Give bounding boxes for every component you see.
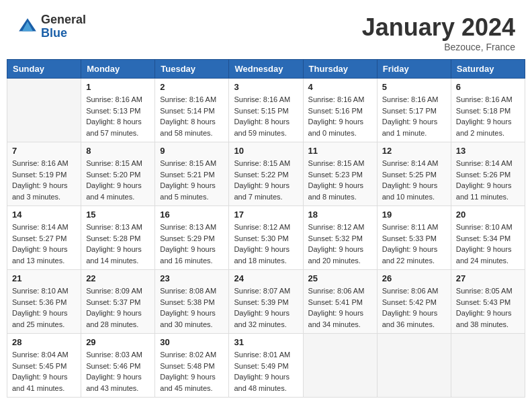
day-number: 21 <box>12 273 76 283</box>
calendar-cell: 25Sunrise: 8:06 AMSunset: 5:41 PMDayligh… <box>303 270 377 334</box>
day-number: 5 <box>382 82 446 92</box>
page-header: General Blue January 2024 Bezouce, Franc… <box>7 7 525 56</box>
day-detail: Sunrise: 8:15 AMSunset: 5:23 PMDaylight:… <box>308 158 372 202</box>
calendar-cell: 31Sunrise: 8:01 AMSunset: 5:49 PMDayligh… <box>229 334 303 398</box>
day-number: 25 <box>308 273 372 283</box>
calendar-cell: 29Sunrise: 8:03 AMSunset: 5:46 PMDayligh… <box>81 334 155 398</box>
day-detail: Sunrise: 8:15 AMSunset: 5:22 PMDaylight:… <box>234 158 298 202</box>
day-number: 31 <box>234 337 298 347</box>
day-detail: Sunrise: 8:15 AMSunset: 5:20 PMDaylight:… <box>86 158 150 202</box>
day-detail: Sunrise: 8:16 AMSunset: 5:15 PMDaylight:… <box>234 94 298 138</box>
logo-icon <box>17 16 38 38</box>
day-detail: Sunrise: 8:16 AMSunset: 5:18 PMDaylight:… <box>456 94 520 138</box>
calendar-header-row: SundayMondayTuesdayWednesdayThursdayFrid… <box>7 60 525 79</box>
day-detail: Sunrise: 8:10 AMSunset: 5:34 PMDaylight:… <box>456 222 520 266</box>
calendar-cell: 27Sunrise: 8:05 AMSunset: 5:43 PMDayligh… <box>451 270 525 334</box>
calendar-cell <box>377 334 451 398</box>
calendar-cell: 4Sunrise: 8:16 AMSunset: 5:16 PMDaylight… <box>303 79 377 142</box>
day-detail: Sunrise: 8:10 AMSunset: 5:36 PMDaylight:… <box>12 285 76 330</box>
day-detail: Sunrise: 8:07 AMSunset: 5:39 PMDaylight:… <box>234 285 298 330</box>
day-number: 28 <box>12 337 76 347</box>
logo-text: General Blue <box>41 13 86 40</box>
day-number: 3 <box>234 82 298 92</box>
day-number: 4 <box>308 82 372 92</box>
calendar-week-row: 28Sunrise: 8:04 AMSunset: 5:45 PMDayligh… <box>7 334 525 398</box>
calendar-week-row: 1Sunrise: 8:16 AMSunset: 5:13 PMDaylight… <box>7 79 525 142</box>
col-header-sunday: Sunday <box>7 60 81 79</box>
col-header-thursday: Thursday <box>303 60 377 79</box>
day-detail: Sunrise: 8:14 AMSunset: 5:26 PMDaylight:… <box>456 158 520 202</box>
day-detail: Sunrise: 8:03 AMSunset: 5:46 PMDaylight:… <box>86 349 150 394</box>
calendar-table: SundayMondayTuesdayWednesdayThursdayFrid… <box>7 59 525 398</box>
day-detail: Sunrise: 8:16 AMSunset: 5:17 PMDaylight:… <box>382 94 446 138</box>
calendar-cell <box>303 334 377 398</box>
calendar-cell: 17Sunrise: 8:12 AMSunset: 5:30 PMDayligh… <box>229 206 303 270</box>
day-number: 19 <box>382 210 446 220</box>
day-number: 18 <box>308 210 372 220</box>
calendar-cell: 18Sunrise: 8:12 AMSunset: 5:32 PMDayligh… <box>303 206 377 270</box>
day-number: 23 <box>160 273 224 283</box>
day-number: 26 <box>382 273 446 283</box>
day-detail: Sunrise: 8:14 AMSunset: 5:25 PMDaylight:… <box>382 158 446 202</box>
day-detail: Sunrise: 8:12 AMSunset: 5:30 PMDaylight:… <box>234 222 298 266</box>
calendar-cell: 13Sunrise: 8:14 AMSunset: 5:26 PMDayligh… <box>451 142 525 206</box>
calendar-cell: 10Sunrise: 8:15 AMSunset: 5:22 PMDayligh… <box>229 142 303 206</box>
logo-blue-text: Blue <box>41 27 86 40</box>
title-block: January 2024 Bezouce, France <box>362 13 515 52</box>
calendar-cell: 3Sunrise: 8:16 AMSunset: 5:15 PMDaylight… <box>229 79 303 142</box>
calendar-cell: 19Sunrise: 8:11 AMSunset: 5:33 PMDayligh… <box>377 206 451 270</box>
day-number: 20 <box>456 210 520 220</box>
calendar-cell: 24Sunrise: 8:07 AMSunset: 5:39 PMDayligh… <box>229 270 303 334</box>
day-number: 22 <box>86 273 150 283</box>
calendar-week-row: 21Sunrise: 8:10 AMSunset: 5:36 PMDayligh… <box>7 270 525 334</box>
day-number: 1 <box>86 82 150 92</box>
calendar-cell: 26Sunrise: 8:06 AMSunset: 5:42 PMDayligh… <box>377 270 451 334</box>
calendar-cell: 7Sunrise: 8:16 AMSunset: 5:19 PMDaylight… <box>7 142 81 206</box>
day-number: 24 <box>234 273 298 283</box>
day-number: 6 <box>456 82 520 92</box>
col-header-friday: Friday <box>377 60 451 79</box>
day-detail: Sunrise: 8:13 AMSunset: 5:28 PMDaylight:… <box>86 222 150 266</box>
day-number: 2 <box>160 82 224 92</box>
day-detail: Sunrise: 8:06 AMSunset: 5:42 PMDaylight:… <box>382 285 446 330</box>
day-number: 29 <box>86 337 150 347</box>
day-number: 8 <box>86 146 150 156</box>
calendar-cell: 30Sunrise: 8:02 AMSunset: 5:48 PMDayligh… <box>155 334 229 398</box>
col-header-tuesday: Tuesday <box>155 60 229 79</box>
day-number: 9 <box>160 146 224 156</box>
calendar-cell: 22Sunrise: 8:09 AMSunset: 5:37 PMDayligh… <box>81 270 155 334</box>
day-detail: Sunrise: 8:16 AMSunset: 5:19 PMDaylight:… <box>12 158 76 202</box>
day-detail: Sunrise: 8:14 AMSunset: 5:27 PMDaylight:… <box>12 222 76 266</box>
calendar-cell: 16Sunrise: 8:13 AMSunset: 5:29 PMDayligh… <box>155 206 229 270</box>
day-detail: Sunrise: 8:16 AMSunset: 5:14 PMDaylight:… <box>160 94 224 138</box>
day-number: 14 <box>12 210 76 220</box>
day-detail: Sunrise: 8:15 AMSunset: 5:21 PMDaylight:… <box>160 158 224 202</box>
calendar-cell: 8Sunrise: 8:15 AMSunset: 5:20 PMDaylight… <box>81 142 155 206</box>
day-detail: Sunrise: 8:02 AMSunset: 5:48 PMDaylight:… <box>160 349 224 394</box>
calendar-cell: 14Sunrise: 8:14 AMSunset: 5:27 PMDayligh… <box>7 206 81 270</box>
day-detail: Sunrise: 8:06 AMSunset: 5:41 PMDaylight:… <box>308 285 372 330</box>
day-number: 15 <box>86 210 150 220</box>
calendar-cell: 28Sunrise: 8:04 AMSunset: 5:45 PMDayligh… <box>7 334 81 398</box>
day-detail: Sunrise: 8:04 AMSunset: 5:45 PMDaylight:… <box>12 349 76 394</box>
day-detail: Sunrise: 8:13 AMSunset: 5:29 PMDaylight:… <box>160 222 224 266</box>
day-number: 27 <box>456 273 520 283</box>
calendar-cell: 20Sunrise: 8:10 AMSunset: 5:34 PMDayligh… <box>451 206 525 270</box>
calendar-cell: 2Sunrise: 8:16 AMSunset: 5:14 PMDaylight… <box>155 79 229 142</box>
location: Bezouce, France <box>362 42 515 52</box>
day-number: 10 <box>234 146 298 156</box>
calendar-cell: 11Sunrise: 8:15 AMSunset: 5:23 PMDayligh… <box>303 142 377 206</box>
calendar-cell: 9Sunrise: 8:15 AMSunset: 5:21 PMDaylight… <box>155 142 229 206</box>
calendar-cell: 6Sunrise: 8:16 AMSunset: 5:18 PMDaylight… <box>451 79 525 142</box>
logo-general-text: General <box>41 13 86 27</box>
day-detail: Sunrise: 8:11 AMSunset: 5:33 PMDaylight:… <box>382 222 446 266</box>
calendar-cell: 15Sunrise: 8:13 AMSunset: 5:28 PMDayligh… <box>81 206 155 270</box>
day-detail: Sunrise: 8:09 AMSunset: 5:37 PMDaylight:… <box>86 285 150 330</box>
calendar-cell <box>7 79 81 142</box>
calendar-cell: 21Sunrise: 8:10 AMSunset: 5:36 PMDayligh… <box>7 270 81 334</box>
logo: General Blue <box>17 13 86 40</box>
day-detail: Sunrise: 8:01 AMSunset: 5:49 PMDaylight:… <box>234 349 298 394</box>
day-number: 17 <box>234 210 298 220</box>
day-detail: Sunrise: 8:16 AMSunset: 5:16 PMDaylight:… <box>308 94 372 138</box>
day-number: 7 <box>12 146 76 156</box>
